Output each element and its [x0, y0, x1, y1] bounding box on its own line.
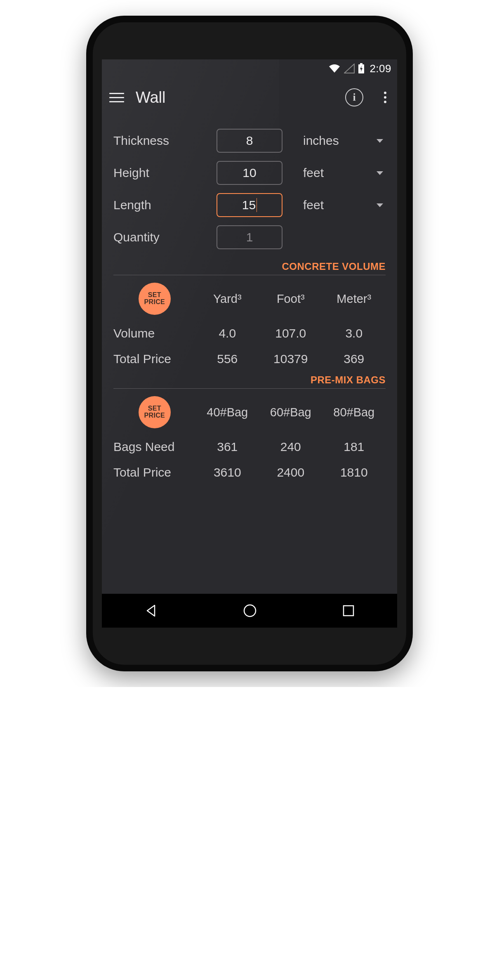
totalprice-yard3: 556 [196, 352, 259, 366]
quantity-input[interactable]: 1 [217, 225, 282, 249]
nav-home-button[interactable] [230, 599, 270, 622]
thickness-label: Thickness [113, 134, 208, 148]
quantity-row: Quantity 1 [113, 221, 386, 253]
phone-bezel: 2:09 Wall i Thickness 8 [93, 22, 406, 665]
set-price-label-line2: PRICE [144, 299, 165, 306]
bagstotal-80: 1810 [322, 465, 386, 479]
thickness-input[interactable]: 8 [217, 129, 282, 153]
length-unit-select[interactable]: feet [291, 198, 386, 212]
svg-rect-1 [360, 63, 362, 64]
bagstotal-40: 3610 [196, 465, 259, 479]
row-bagsneed-label: Bags Need [113, 440, 196, 454]
set-price-label-line1: SET [148, 292, 161, 299]
bagsneed-40: 361 [196, 440, 259, 454]
row-totalprice-label: Total Price [113, 352, 196, 366]
height-input[interactable]: 10 [217, 161, 282, 185]
battery-charging-icon [358, 63, 365, 74]
content-area: Thickness 8 inches Height 10 feet [102, 117, 397, 594]
chevron-down-icon [377, 139, 383, 143]
totalprice-meter3: 369 [322, 352, 386, 366]
chevron-down-icon [377, 171, 383, 175]
overflow-menu-button[interactable] [382, 89, 388, 106]
app-bar: Wall i [102, 78, 397, 117]
height-label: Height [113, 166, 208, 180]
concrete-volume-header: CONCRETE VOLUME [113, 261, 386, 275]
col-60bag: 60#Bag [259, 406, 322, 419]
length-label: Length [113, 198, 208, 212]
chevron-down-icon [377, 203, 383, 207]
col-foot3: Foot³ [259, 292, 322, 306]
page-title: Wall [136, 89, 334, 106]
col-80bag: 80#Bag [322, 406, 386, 419]
length-input-value: 15 [242, 198, 256, 212]
android-nav-bar [102, 594, 397, 628]
phone-frame: 2:09 Wall i Thickness 8 [87, 17, 412, 671]
bagstotal-60: 2400 [259, 465, 322, 479]
thickness-unit-select[interactable]: inches [291, 134, 386, 148]
volume-meter3: 3.0 [322, 326, 386, 340]
height-unit-label: feet [303, 166, 324, 180]
length-unit-label: feet [303, 198, 324, 212]
status-bar: 2:09 [102, 59, 397, 78]
thickness-row: Thickness 8 inches [113, 125, 386, 157]
wifi-icon [328, 64, 341, 73]
divider [113, 388, 386, 389]
volume-foot3: 107.0 [259, 326, 322, 340]
nav-back-button[interactable] [132, 600, 170, 622]
premix-bags-header: PRE-MIX BAGS [113, 374, 386, 388]
concrete-volume-table: SET PRICE Yard³ Foot³ Meter³ Volume 4.0 … [113, 283, 386, 366]
quantity-label: Quantity [113, 230, 208, 244]
row-bagstotal-label: Total Price [113, 465, 196, 479]
bagsneed-60: 240 [259, 440, 322, 454]
set-price-bags-button[interactable]: SET PRICE [139, 396, 171, 428]
menu-icon[interactable] [109, 90, 124, 105]
set-price-label-line2: PRICE [144, 412, 165, 419]
text-cursor [257, 198, 257, 212]
cell-signal-icon [344, 64, 355, 73]
height-unit-select[interactable]: feet [291, 166, 386, 180]
info-button[interactable]: i [345, 88, 363, 106]
svg-rect-3 [344, 606, 353, 616]
height-row: Height 10 feet [113, 157, 386, 189]
volume-yard3: 4.0 [196, 326, 259, 340]
col-yard3: Yard³ [196, 292, 259, 306]
nav-recents-button[interactable] [330, 600, 367, 621]
divider [113, 275, 386, 275]
screen: 2:09 Wall i Thickness 8 [102, 59, 397, 628]
premix-bags-table: SET PRICE 40#Bag 60#Bag 80#Bag Bags Need… [113, 396, 386, 479]
bagsneed-80: 181 [322, 440, 386, 454]
set-price-volume-button[interactable]: SET PRICE [139, 283, 171, 315]
length-input[interactable]: 15 [217, 193, 282, 217]
totalprice-foot3: 10379 [259, 352, 322, 366]
col-meter3: Meter³ [322, 292, 386, 306]
length-row: Length 15 feet [113, 189, 386, 221]
set-price-label-line1: SET [148, 405, 161, 412]
thickness-unit-label: inches [303, 134, 339, 148]
svg-point-2 [244, 605, 256, 616]
col-40bag: 40#Bag [196, 406, 259, 419]
row-volume-label: Volume [113, 326, 196, 340]
status-clock: 2:09 [370, 62, 391, 75]
